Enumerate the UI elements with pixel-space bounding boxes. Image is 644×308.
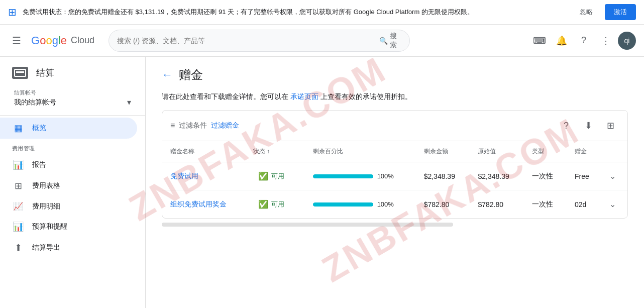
cell-original: $2,348.39 <box>470 162 524 190</box>
sidebar-item-label-reports: 报告 <box>32 160 46 169</box>
account-name-row[interactable]: 我的结算帐号 ▾ <box>14 97 131 107</box>
menu-icon[interactable]: ☰ <box>8 31 25 51</box>
progress-bar-fill <box>313 202 373 207</box>
description-prefix: 请在此处查看和下载赠金详情。您可以在 <box>162 92 288 100</box>
cell-remaining-pct: 100% <box>305 190 416 219</box>
expand-icon[interactable]: ⌄ <box>609 200 616 209</box>
status-label: 可用 <box>271 172 284 181</box>
google-cloud-logo: Google Cloud <box>31 34 94 47</box>
dropdown-arrow-icon: ▾ <box>127 97 131 107</box>
col-remaining-amt: 剩余金额 <box>416 141 470 162</box>
back-button[interactable]: ← <box>162 68 173 81</box>
progress-bar-fill <box>313 174 373 178</box>
table-toolbar: ≡ 过滤条件 过滤赠金 ? ⬇ ⊞ <box>162 111 627 141</box>
col-type: 类型 <box>524 141 567 162</box>
avatar[interactable]: qi <box>618 32 636 50</box>
filter-credit-button[interactable]: 过滤赠金 <box>211 121 239 130</box>
notifications-icon[interactable]: 🔔 <box>552 31 572 51</box>
columns-icon: ⊞ <box>607 120 614 131</box>
status-chip: ✅ 可用 <box>253 169 289 183</box>
overview-icon: ▦ <box>12 123 24 134</box>
status-available-icon: ✅ <box>258 171 268 181</box>
status-label: 可用 <box>271 200 284 209</box>
search-bar[interactable]: 🔍 搜索 <box>109 30 410 52</box>
col-expand <box>601 141 627 162</box>
terminal-icon[interactable]: ⌨ <box>529 31 550 51</box>
credits-table-container: ≡ 过滤条件 过滤赠金 ? ⬇ ⊞ 赠金名称 <box>162 110 628 219</box>
sidebar-section-cost-management: 费用管理 <box>0 139 145 154</box>
account-label: 结算帐号 <box>14 89 131 96</box>
sidebar-item-label-export: 结算导出 <box>32 243 60 252</box>
cell-name: 免费试用 <box>162 162 245 190</box>
help-table-icon[interactable]: ? <box>557 117 575 135</box>
header-actions: ⌨ 🔔 ? ⋮ qi <box>529 31 636 51</box>
sidebar: 结算 结算帐号 我的结算帐号 ▾ ▦ 概览 费用管理 📊 报告 ⊞ 费用表格 <box>0 57 146 308</box>
help-icon: ? <box>564 121 569 131</box>
more-options-icon[interactable]: ⋮ <box>596 31 616 51</box>
sidebar-header: 结算 <box>0 57 145 85</box>
banner-activate-button[interactable]: 激活 <box>605 4 636 20</box>
progress-bar-bg <box>313 202 373 207</box>
description-suffix: 上查看有效的承诺使用折扣。 <box>320 92 412 100</box>
expand-icon[interactable]: ⌄ <box>609 172 616 180</box>
credits-table: 赠金名称 状态 ↑ 剩余百分比 剩余金额 原始值 类型 赠金 <box>162 141 627 218</box>
cell-credit: 02d <box>567 190 602 219</box>
table-row: 组织免费试用奖金 ✅ 可用 <box>162 190 627 219</box>
col-status[interactable]: 状态 ↑ <box>245 141 305 162</box>
sidebar-item-cost-table[interactable]: ⊞ 费用表格 <box>0 175 137 196</box>
sidebar-item-label-cost-table: 费用表格 <box>32 181 60 190</box>
sidebar-item-label-budget: 预算和提醒 <box>32 222 67 231</box>
sidebar-item-label-cost-detail: 费用明细 <box>32 202 60 211</box>
cell-remaining-amt: $782.80 <box>416 190 470 219</box>
sidebar-item-budget[interactable]: 📊 预算和提醒 <box>0 216 137 237</box>
sidebar-item-cost-detail[interactable]: 📈 费用明细 <box>0 196 137 216</box>
sidebar-item-export[interactable]: ⬆ 结算导出 <box>0 237 137 258</box>
header: ☰ Google Cloud 🔍 搜索 ⌨ 🔔 ? ⋮ qi <box>0 25 644 57</box>
search-input[interactable] <box>117 37 375 45</box>
cell-type: 一次性 <box>524 162 567 190</box>
filter-conditions-label: 过滤条件 <box>179 121 207 130</box>
scroll-indicator[interactable] <box>162 223 453 227</box>
page-title: 赠金 <box>179 67 203 83</box>
page-header: ← 赠金 <box>146 57 644 91</box>
cell-remaining-amt: $2,348.39 <box>416 162 470 190</box>
cost-table-icon: ⊞ <box>12 180 24 191</box>
layout: 结算 结算帐号 我的结算帐号 ▾ ▦ 概览 费用管理 📊 报告 ⊞ 费用表格 <box>0 57 644 308</box>
sidebar-item-reports[interactable]: 📊 报告 <box>0 154 137 175</box>
help-icon[interactable]: ? <box>574 31 594 51</box>
cell-remaining-pct: 100% <box>305 162 416 190</box>
reports-icon: 📊 <box>12 159 24 170</box>
page-description: 请在此处查看和下载赠金详情。您可以在 承诺页面 上查看有效的承诺使用折扣。 <box>146 91 644 110</box>
table-row: 免费试用 ✅ 可用 <box>162 162 627 190</box>
top-banner: ⊞ 免费试用状态：您的免费试用赠金还有 $3,131.19，免费试用期还剩 91… <box>0 0 644 25</box>
download-icon: ⬇ <box>585 120 592 131</box>
export-icon: ⬆ <box>12 242 24 253</box>
status-chip: ✅ 可用 <box>253 197 289 211</box>
credit-name-link[interactable]: 组织免费试用奖金 <box>170 200 227 208</box>
download-button[interactable]: ⬇ <box>579 117 597 135</box>
progress-container: 100% <box>313 200 408 208</box>
table-body: 免费试用 ✅ 可用 <box>162 162 627 219</box>
banner-ignore-button[interactable]: 忽略 <box>574 5 599 20</box>
search-button[interactable]: 🔍 搜索 <box>375 32 401 50</box>
progress-bar-bg <box>313 174 373 178</box>
commitment-page-link[interactable]: 承诺页面 <box>290 92 318 100</box>
cell-original: $782.80 <box>470 190 524 219</box>
col-original: 原始值 <box>470 141 524 162</box>
cell-expand[interactable]: ⌄ <box>601 162 627 190</box>
sort-icon: ↑ <box>267 148 270 155</box>
table-header-row: 赠金名称 状态 ↑ 剩余百分比 剩余金额 原始值 类型 赠金 <box>162 141 627 162</box>
sidebar-item-overview[interactable]: ▦ 概览 <box>0 118 137 139</box>
table-scroll-area[interactable]: 赠金名称 状态 ↑ 剩余百分比 剩余金额 原始值 类型 赠金 <box>162 141 627 218</box>
columns-button[interactable]: ⊞ <box>601 117 619 135</box>
account-selector[interactable]: 结算帐号 我的结算帐号 ▾ <box>8 85 137 111</box>
cell-status: ✅ 可用 <box>245 162 305 190</box>
cell-status: ✅ 可用 <box>245 190 305 219</box>
credit-name-link[interactable]: 免费试用 <box>170 172 198 180</box>
sidebar-item-label-overview: 概览 <box>32 124 46 133</box>
cell-name: 组织免费试用奖金 <box>162 190 245 219</box>
sidebar-divider <box>0 115 145 116</box>
cell-expand[interactable]: ⌄ <box>601 190 627 219</box>
search-icon: 🔍 <box>379 37 388 45</box>
cell-type: 一次性 <box>524 190 567 219</box>
